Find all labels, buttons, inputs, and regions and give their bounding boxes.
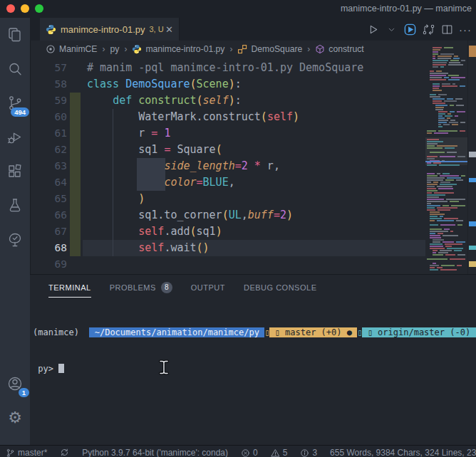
activity-test-explorer-button[interactable] (0, 223, 30, 257)
panel-tab-output[interactable]: OUTPUT (191, 277, 225, 298)
status-warning[interactable]: 5 (271, 448, 288, 457)
more-actions-icon: ··· (459, 23, 472, 36)
breadcrumb: ManimCE›py›manimce-intro-01.py›DemoSquar… (30, 41, 425, 58)
code-line-66[interactable]: sq1.to_corner(UL,buff=2) (87, 207, 363, 224)
line-number: 64 (30, 174, 67, 191)
activity-flask-button[interactable] (0, 189, 30, 223)
run-python-file-button[interactable] (402, 21, 418, 37)
code-line-64[interactable]: color=BLUE, (87, 174, 363, 191)
breadcrumb-label: py (110, 44, 120, 54)
run-dropdown-chevron-button[interactable] (383, 21, 399, 37)
close-icon[interactable]: ✕ (165, 25, 173, 34)
breadcrumb-label: ManimCE (59, 44, 98, 54)
code-line-69[interactable] (87, 256, 363, 273)
status-Words,[interactable]: 655 Words, 9384 Chars, 324 Lines, 23 (330, 448, 476, 457)
settings-gear-icon: ⚙ (8, 410, 22, 426)
code-line-65[interactable]: ) (87, 191, 363, 207)
status-label: Python 3.9.7 64-bit ('manimce': conda) (82, 448, 228, 457)
split-editor-button[interactable] (439, 21, 455, 37)
title-bar[interactable]: manimce-intro-01.py — manimce (0, 0, 476, 18)
activity-search-button[interactable] (0, 52, 30, 86)
code-editor[interactable]: 57585960616263646566676869 # manim -pql … (30, 58, 476, 274)
python-icon (132, 44, 142, 54)
code-line-60[interactable]: WaterMark.construct(self) (87, 109, 363, 125)
error-icon (241, 448, 250, 457)
run-button[interactable] (365, 21, 381, 37)
code-lines[interactable]: # manim -pql manimce-intro-01.py DemoSqu… (87, 60, 363, 273)
symbol-class-icon (237, 44, 247, 54)
code-line-62[interactable]: sq1 = Square( (87, 142, 363, 158)
line-number: 61 (30, 125, 67, 142)
extensions-icon (6, 163, 24, 180)
breadcrumb-separator: › (103, 44, 105, 54)
line-number: 63 (30, 158, 67, 174)
breadcrumb-item-py[interactable]: py (110, 44, 120, 54)
status-3.9.7[interactable]: Python 3.9.7 64-bit ('manimce': conda) (82, 448, 228, 457)
code-line-68[interactable]: self.wait() (87, 240, 363, 256)
run-dropdown-chevron-icon (387, 25, 396, 34)
status-sync[interactable] (60, 448, 69, 457)
terminal-segment: ~/Documents/animation/manimce/py (89, 327, 264, 337)
git-branch-icon (6, 448, 15, 457)
open-changes-button[interactable] (420, 21, 436, 37)
symbol-method-icon (315, 44, 325, 54)
panel-tab-terminal[interactable]: TERMINAL (48, 277, 91, 298)
minimize-window-button[interactable] (21, 4, 29, 13)
breadcrumb-label: construct (328, 44, 363, 54)
code-line-61[interactable]: r = 1 (87, 125, 363, 142)
status-error[interactable]: 0 (241, 448, 258, 457)
breadcrumb-item-construct[interactable]: construct (315, 44, 363, 54)
code-line-63[interactable]: side_length=2 * r, (87, 158, 363, 174)
line-number: 57 (30, 60, 67, 76)
terminal-prompt: py> (33, 364, 58, 374)
code-line-58[interactable]: class DemoSquare(Scene): (87, 76, 363, 93)
code-line-57[interactable]: # manim -pql manimce-intro-01.py DemoSqu… (87, 60, 363, 76)
run-debug-icon (6, 129, 24, 146)
tab-decoration: 3, U (150, 25, 164, 33)
breadcrumb-item-manimce[interactable]: ManimCE (46, 44, 98, 54)
status-info[interactable]: 3 (300, 448, 317, 457)
activity-settings-gear-button[interactable]: ⚙ (0, 401, 30, 435)
tab-manimce-intro-01[interactable]: manimce-intro-01.py 3, U ✕ (40, 18, 180, 41)
breadcrumb-item-demosquare[interactable]: DemoSquare (237, 44, 302, 54)
panel-tab-debug-console[interactable]: DEBUG CONSOLE (244, 277, 316, 298)
activity-source-control-button[interactable]: 494 (0, 86, 30, 120)
activity-extensions-button[interactable] (0, 154, 30, 189)
terminal-input-line[interactable]: py> (33, 363, 476, 375)
breadcrumb-separator: › (229, 44, 232, 54)
panel-tab-problems[interactable]: PROBLEMS8 (110, 275, 172, 299)
close-window-button[interactable] (6, 4, 15, 13)
ruler-mark (469, 178, 476, 182)
breadcrumb-item-manimce-intro-01-py[interactable]: manimce-intro-01.py (132, 44, 224, 54)
bottom-panel: TERMINALPROBLEMS8OUTPUTDEBUG CONSOLE (ma… (30, 274, 476, 445)
vscode-window: manimce-intro-01.py — manimce 494 1⚙ man… (0, 0, 476, 457)
ruler-mark (469, 221, 476, 226)
test-explorer-icon (6, 231, 24, 248)
more-actions-button[interactable]: ··· (457, 21, 473, 37)
panel-tab-label: DEBUG CONSOLE (244, 283, 316, 292)
minimap[interactable] (425, 41, 467, 274)
line-number: 65 (30, 191, 67, 207)
line-number-gutter: 57585960616263646566676869 (30, 60, 67, 273)
status-label: master* (18, 448, 47, 457)
code-line-67[interactable]: self.add(sq1) (87, 224, 363, 240)
breadcrumb-label: DemoSquare (251, 44, 302, 54)
activity-bar-bottom: 1⚙ (0, 367, 30, 435)
minimap-current-line (425, 161, 467, 162)
window-title: manimce-intro-01.py — manimce (341, 4, 472, 14)
panel-tab-label: OUTPUT (191, 283, 225, 292)
code-line-59[interactable]: def construct(self): (87, 93, 363, 109)
activity-run-debug-button[interactable] (0, 120, 30, 154)
activity-account-button[interactable]: 1 (0, 367, 30, 401)
status-label: 3 (312, 448, 317, 457)
zoom-window-button[interactable] (35, 4, 43, 13)
line-number: 68 (30, 240, 67, 256)
overview-ruler (467, 41, 476, 274)
status-git-branch[interactable]: master* (6, 448, 47, 457)
breadcrumb-label: manimce-intro-01.py (145, 44, 224, 54)
terminal[interactable]: (manimce) ~/Documents/animation/manimce/… (33, 303, 476, 399)
activity-bar: 494 1⚙ (0, 18, 31, 445)
warning-icon (271, 448, 280, 457)
record-icon (46, 44, 56, 54)
activity-files-button[interactable] (0, 18, 30, 52)
